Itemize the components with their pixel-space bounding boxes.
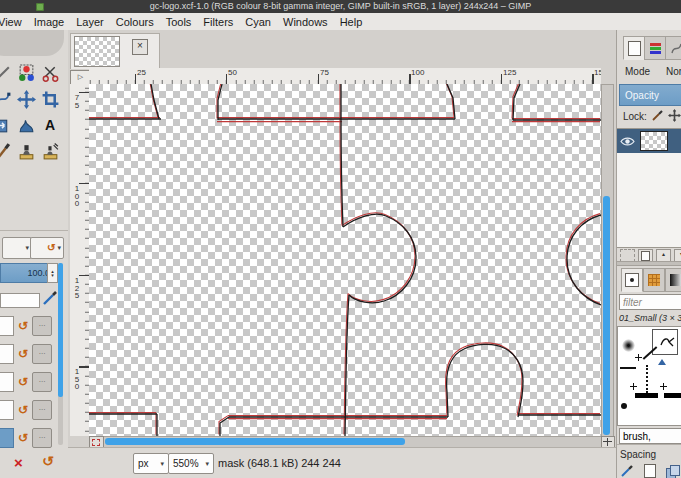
scrollbar-thumb[interactable]: [603, 196, 610, 435]
tool-reset-combo[interactable]: ↺ ▾: [30, 237, 64, 259]
measure-tool-button[interactable]: [0, 60, 14, 86]
tab-layers[interactable]: [623, 36, 645, 60]
option-button[interactable]: ⋯: [32, 372, 52, 392]
brush-preview-hline[interactable]: [620, 367, 636, 369]
tool-grid: A: [0, 60, 68, 164]
menu-item-help[interactable]: Help: [334, 16, 369, 28]
reset-icon[interactable]: ↺: [18, 348, 28, 360]
vertical-ruler[interactable]: 75 100 125 150: [70, 84, 90, 436]
opacity-stepper[interactable]: ▴ ▾: [47, 263, 58, 283]
brush-preview-plus[interactable]: [630, 383, 637, 390]
ruler-origin-button[interactable]: ▷: [70, 70, 91, 85]
option-button[interactable]: ⋯: [32, 400, 52, 420]
tab-patterns[interactable]: [643, 268, 665, 292]
paintbrush-tool-button[interactable]: [0, 138, 14, 164]
brush-preview-fuzzy-dot[interactable]: [622, 339, 635, 352]
option-spinbox[interactable]: [0, 344, 14, 364]
menu-item-filters[interactable]: Filters: [197, 16, 239, 28]
tab-gradients[interactable]: [665, 268, 681, 292]
horizontal-ruler[interactable]: 25 50 75 100 125 150: [89, 68, 601, 85]
layer-opacity-slider[interactable]: Opacity: [619, 84, 681, 106]
option-spinbox[interactable]: [0, 400, 14, 420]
duplicate-brush-button[interactable]: [666, 465, 678, 477]
mode-dropdown[interactable]: Normal: [666, 66, 681, 77]
ruler-label: 125: [503, 68, 516, 77]
tab-close-button[interactable]: ×: [132, 39, 148, 55]
dock-splitter[interactable]: [617, 261, 681, 266]
option-button[interactable]: ⋯: [32, 316, 52, 336]
perspective-clone-tool-icon: [41, 142, 60, 161]
menu-item-colours[interactable]: Colours: [110, 16, 160, 28]
tab-paths[interactable]: [665, 36, 681, 60]
new-brush-button[interactable]: [644, 464, 656, 478]
lock-pixels-button[interactable]: [650, 109, 664, 122]
zoom-combo[interactable]: 550% ▾: [168, 453, 214, 474]
clone-tool-button[interactable]: [14, 138, 38, 164]
paths-tool-button[interactable]: [0, 86, 14, 112]
option-mini-slider[interactable]: [0, 428, 14, 448]
scrollbar-thumb[interactable]: [105, 438, 405, 445]
tool-options-scrollbar[interactable]: [58, 263, 63, 445]
text-tool-button[interactable]: A: [38, 112, 62, 138]
menu-item-layer[interactable]: Layer: [70, 16, 110, 28]
layers-icon: [628, 41, 641, 56]
scrollbar-thumb[interactable]: [58, 263, 63, 397]
brush-preview-bar[interactable]: [635, 393, 658, 398]
cancel-button[interactable]: ×: [14, 454, 23, 471]
smudge-tool-button[interactable]: [14, 112, 38, 138]
brush-preview-plus[interactable]: [660, 383, 667, 390]
brush-preview-bird[interactable]: [660, 335, 676, 349]
option-spinbox[interactable]: [0, 316, 14, 336]
brush-tag-input[interactable]: [619, 428, 681, 444]
crop-tool-icon: [41, 90, 60, 109]
lock-position-button[interactable]: [667, 109, 681, 122]
window-titlebar[interactable]: gc-logo.xcf-1.0 (RGB colour 8-bit gamma …: [0, 0, 681, 13]
gradients-icon: [670, 274, 681, 286]
edit-brush-button[interactable]: [620, 464, 634, 478]
perspective-clone-tool-button[interactable]: [38, 138, 62, 164]
select-by-colour-tool-button[interactable]: [14, 60, 38, 86]
brush-preview-plus[interactable]: [635, 354, 642, 361]
reset-icon[interactable]: ↺: [18, 404, 28, 416]
option-button[interactable]: ⋯: [32, 428, 52, 448]
pencil-edit-icon[interactable]: [42, 290, 58, 306]
reset-tool-options-button[interactable]: ↺: [42, 455, 54, 467]
option-row: ↺ ⋯: [0, 344, 52, 364]
menu-item-windows[interactable]: Windows: [277, 16, 334, 28]
flip-tool-button[interactable]: [0, 112, 14, 138]
dynamics-entry[interactable]: [0, 293, 40, 308]
brush-preview-dot[interactable]: [621, 403, 627, 409]
ruler-label: 100: [411, 68, 424, 77]
eye-icon[interactable]: [620, 136, 635, 147]
reset-icon[interactable]: ↺: [18, 320, 28, 332]
divider: [617, 444, 681, 445]
brush-preview-dotted-line[interactable]: [646, 365, 648, 393]
layer-row-mask[interactable]: [617, 129, 681, 153]
tab-channels[interactable]: [644, 36, 666, 60]
menu-item-cyan[interactable]: Cyan: [239, 16, 277, 28]
tool-preset-combo[interactable]: ▾: [2, 237, 32, 259]
ruler-label: 75: [320, 68, 329, 77]
reset-icon[interactable]: ↺: [18, 432, 28, 444]
opacity-slider[interactable]: 100.0: [0, 263, 54, 283]
tab-brushes[interactable]: [621, 268, 643, 292]
menu-item-image[interactable]: Image: [28, 16, 71, 28]
brush-filter-input[interactable]: [619, 294, 681, 310]
option-spinbox[interactable]: [0, 372, 14, 392]
option-row: ↺ ⋯: [0, 316, 52, 336]
brush-preview-triangle[interactable]: [658, 359, 666, 365]
move-tool-button[interactable]: [14, 86, 38, 112]
reset-icon[interactable]: ↺: [18, 376, 28, 388]
unit-combo[interactable]: px ▾: [133, 453, 169, 474]
menu-item-tools[interactable]: Tools: [160, 16, 198, 28]
option-button[interactable]: ⋯: [32, 344, 52, 364]
mode-label: Mode: [625, 66, 650, 77]
crop-tool-button[interactable]: [38, 86, 62, 112]
canvas-viewport[interactable]: [89, 84, 601, 436]
brush-preview-bar[interactable]: [664, 393, 681, 398]
chevron-down-icon: ▾: [25, 244, 29, 252]
vertical-scrollbar[interactable]: [601, 84, 614, 438]
flip-tool-icon: [0, 116, 12, 135]
scissors-select-tool-button[interactable]: [38, 60, 62, 86]
menu-item-view[interactable]: View: [0, 16, 28, 28]
